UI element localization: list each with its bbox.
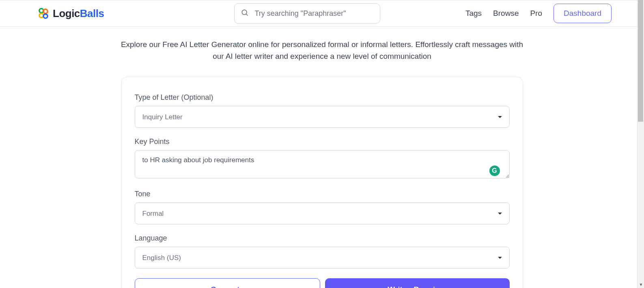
grammarly-icon[interactable]: G — [489, 165, 500, 176]
generate-button[interactable]: Generate Low to medium quality, limited … — [135, 278, 320, 288]
write-premium-button[interactable]: Write - Premium High Quality (Human-like… — [325, 278, 510, 288]
keypoints-textarea[interactable]: to HR asking about job requirements — [135, 150, 510, 178]
svg-point-2 — [39, 13, 43, 17]
form-card: Type of Letter (Optional) Inquiry Letter… — [121, 77, 523, 288]
language-label: Language — [135, 234, 510, 243]
logo-icon — [37, 6, 50, 20]
scroll-down-icon[interactable]: ▼ — [638, 281, 644, 288]
search-icon — [241, 9, 249, 18]
type-select[interactable]: Inquiry Letter — [135, 106, 510, 128]
type-label: Type of Letter (Optional) — [135, 93, 510, 102]
nav: Tags Browse Pro Dashboard — [465, 4, 612, 23]
search-wrap — [234, 3, 380, 24]
language-select[interactable]: English (US) — [135, 247, 510, 269]
logo[interactable]: LogicBalls — [37, 6, 104, 20]
intro-text: Explore our Free AI Letter Generator onl… — [119, 39, 525, 62]
premium-title: Write - Premium — [329, 285, 506, 288]
nav-pro[interactable]: Pro — [530, 9, 542, 18]
dashboard-button[interactable]: Dashboard — [554, 4, 612, 23]
button-row: Generate Low to medium quality, limited … — [135, 278, 510, 288]
nav-tags[interactable]: Tags — [465, 9, 482, 18]
generate-title: Generate — [139, 285, 316, 288]
field-tone: Tone Formal — [135, 190, 510, 224]
svg-point-4 — [242, 10, 247, 15]
keypoints-label: Key Points — [135, 138, 510, 146]
svg-point-3 — [43, 14, 47, 18]
main-container: Explore our Free AI Letter Generator onl… — [119, 27, 525, 288]
svg-point-1 — [43, 9, 47, 13]
header: LogicBalls Tags Browse Pro Dashboard — [0, 0, 644, 27]
search-input[interactable] — [234, 3, 380, 24]
svg-point-0 — [39, 9, 43, 13]
scrollbar-thumb[interactable] — [638, 0, 643, 122]
svg-line-5 — [246, 14, 248, 16]
field-language: Language English (US) — [135, 234, 510, 269]
field-type: Type of Letter (Optional) Inquiry Letter — [135, 93, 510, 128]
nav-browse[interactable]: Browse — [493, 9, 519, 18]
tone-select[interactable]: Formal — [135, 202, 510, 224]
logo-text: LogicBalls — [53, 7, 104, 20]
scrollbar[interactable]: ▲ ▼ — [637, 0, 644, 288]
field-keypoints: Key Points to HR asking about job requir… — [135, 138, 510, 180]
tone-label: Tone — [135, 190, 510, 198]
